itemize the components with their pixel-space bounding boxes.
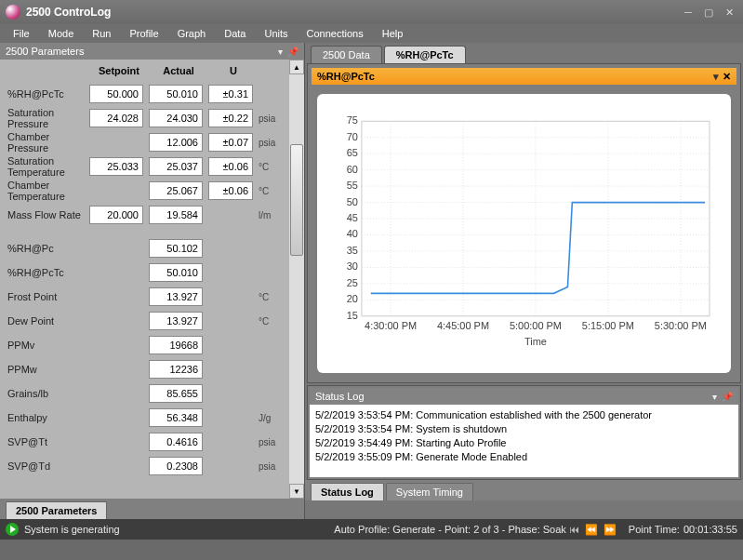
status-left-text: System is generating bbox=[24, 524, 120, 535]
app-icon bbox=[6, 5, 20, 20]
param-row: Mass Flow Ratel/m bbox=[7, 203, 299, 227]
unit-label: °C bbox=[259, 162, 285, 172]
param-row: Grains/lb bbox=[7, 381, 299, 406]
svg-text:65: 65 bbox=[347, 147, 358, 158]
status-log-body[interactable]: 5/2/2019 3:53:54 PM: Communication estab… bbox=[310, 405, 738, 477]
param-label: SVP@Tt bbox=[7, 436, 89, 447]
chart-area: 152025303540455055606570754:30:00 PM4:45… bbox=[317, 94, 731, 373]
actual-input[interactable] bbox=[149, 263, 203, 282]
param-label: Saturation Temperature bbox=[7, 155, 89, 178]
menubar: FileModeRunProfileGraphDataUnitsConnecti… bbox=[0, 24, 743, 43]
uncertainty-input[interactable] bbox=[208, 109, 253, 127]
chart-menu-icon[interactable]: ▾ bbox=[713, 71, 719, 83]
play-icon bbox=[6, 523, 19, 536]
actual-input[interactable] bbox=[149, 336, 203, 354]
param-row: EnthalpyJ/g bbox=[7, 406, 299, 430]
menu-graph[interactable]: Graph bbox=[168, 26, 216, 41]
setpoint-input[interactable] bbox=[89, 157, 143, 176]
nav-next-icon[interactable]: ⏩ bbox=[604, 524, 617, 536]
actual-input[interactable] bbox=[149, 85, 203, 103]
actual-input[interactable] bbox=[149, 457, 203, 475]
setpoint-input[interactable] bbox=[89, 206, 143, 224]
unit-label: l/m bbox=[259, 210, 285, 220]
close-button[interactable]: ✕ bbox=[721, 6, 737, 19]
menu-run[interactable]: Run bbox=[83, 26, 120, 41]
actual-input[interactable] bbox=[149, 360, 203, 379]
svg-text:Time: Time bbox=[524, 336, 547, 347]
param-label: Enthalpy bbox=[7, 412, 89, 423]
menu-file[interactable]: File bbox=[4, 26, 39, 41]
actual-input[interactable] bbox=[149, 181, 203, 200]
menu-units[interactable]: Units bbox=[255, 26, 297, 41]
param-row: Chamber Temperature°C bbox=[7, 179, 299, 203]
uncertainty-input[interactable] bbox=[208, 133, 253, 152]
parameters-body: Setpoint Actual U %RH@PcTcSaturation Pre… bbox=[0, 60, 304, 499]
menu-connections[interactable]: Connections bbox=[298, 26, 373, 41]
actual-input[interactable] bbox=[149, 433, 203, 451]
maximize-button[interactable]: ▢ bbox=[700, 6, 717, 19]
unit-label: °C bbox=[259, 292, 285, 302]
actual-input[interactable] bbox=[149, 408, 203, 427]
btab-status-log[interactable]: Status Log bbox=[311, 483, 384, 500]
scroll-up-icon[interactable]: ▲ bbox=[289, 60, 304, 74]
param-label: Chamber Pressure bbox=[7, 131, 89, 153]
actual-input[interactable] bbox=[149, 384, 203, 403]
panel-pin-icon[interactable]: 📌 bbox=[287, 47, 299, 57]
svg-text:15: 15 bbox=[347, 310, 358, 321]
scroll-down-icon[interactable]: ▼ bbox=[289, 484, 304, 499]
unit-label: psia bbox=[259, 461, 285, 472]
menu-data[interactable]: Data bbox=[215, 26, 255, 41]
actual-input[interactable] bbox=[149, 287, 203, 306]
col-u: U bbox=[208, 65, 259, 76]
svg-text:5:15:00 PM: 5:15:00 PM bbox=[582, 320, 634, 331]
actual-input[interactable] bbox=[149, 109, 203, 127]
actual-input[interactable] bbox=[149, 239, 203, 258]
right-pane: 2500 Data%RH@PcTc %RH@PcTc ▾ ✕ 152025303… bbox=[305, 43, 743, 519]
menu-profile[interactable]: Profile bbox=[120, 26, 167, 41]
left-tabs: 2500 Parameters bbox=[0, 499, 304, 519]
status-menu-icon[interactable]: ▾ bbox=[712, 392, 717, 402]
param-row: PPMv bbox=[7, 333, 299, 357]
unit-label: psia bbox=[259, 138, 285, 148]
status-pin-icon[interactable]: 📌 bbox=[722, 392, 733, 402]
parameters-scrollbar[interactable]: ▲ ▼ bbox=[289, 60, 304, 499]
actual-input[interactable] bbox=[149, 133, 203, 152]
setpoint-input[interactable] bbox=[89, 85, 143, 103]
setpoint-input[interactable] bbox=[89, 109, 143, 127]
chart-close-icon[interactable]: ✕ bbox=[723, 71, 731, 83]
nav-prev-icon[interactable]: ⏪ bbox=[585, 524, 598, 536]
parameters-panel-header: 2500 Parameters ▾ 📌 bbox=[0, 43, 304, 60]
log-entry: 5/2/2019 3:53:54 PM: Communication estab… bbox=[315, 408, 733, 422]
param-label: PPMw bbox=[7, 364, 89, 375]
panel-menu-icon[interactable]: ▾ bbox=[278, 47, 283, 57]
status-log-title: Status Log bbox=[315, 391, 365, 402]
uncertainty-input[interactable] bbox=[208, 157, 253, 176]
minimize-button[interactable]: ─ bbox=[680, 6, 697, 19]
actual-input[interactable] bbox=[149, 312, 203, 330]
menu-help[interactable]: Help bbox=[373, 26, 413, 41]
bottom-tabs: Status LogSystem Timing bbox=[305, 480, 743, 500]
svg-text:45: 45 bbox=[347, 212, 358, 223]
nav-first-icon[interactable]: ⏮ bbox=[569, 524, 579, 535]
scroll-thumb[interactable] bbox=[290, 144, 303, 256]
actual-input[interactable] bbox=[149, 157, 203, 176]
menu-mode[interactable]: Mode bbox=[39, 26, 84, 41]
unit-label: psia bbox=[259, 113, 285, 124]
tab-2500-data[interactable]: 2500 Data bbox=[311, 46, 382, 63]
chart-title-bar: %RH@PcTc ▾ ✕ bbox=[312, 68, 736, 85]
actual-input[interactable] bbox=[149, 206, 203, 224]
window-title: 2500 ControLog bbox=[26, 6, 111, 19]
uncertainty-input[interactable] bbox=[208, 85, 253, 103]
param-label: SVP@Td bbox=[7, 460, 89, 472]
uncertainty-input[interactable] bbox=[208, 181, 253, 200]
param-label: Frost Point bbox=[7, 291, 89, 302]
param-label: Dew Point bbox=[7, 315, 89, 327]
param-row: Frost Point°C bbox=[7, 285, 299, 309]
btab-system-timing[interactable]: System Timing bbox=[386, 483, 473, 500]
tab-2500-parameters[interactable]: 2500 Parameters bbox=[6, 501, 107, 519]
param-label: Grains/lb bbox=[7, 388, 89, 399]
svg-text:20: 20 bbox=[347, 293, 358, 304]
unit-label: °C bbox=[259, 316, 285, 327]
param-row: Dew Point°C bbox=[7, 309, 299, 333]
tab--rh-pctc[interactable]: %RH@PcTc bbox=[384, 46, 466, 63]
